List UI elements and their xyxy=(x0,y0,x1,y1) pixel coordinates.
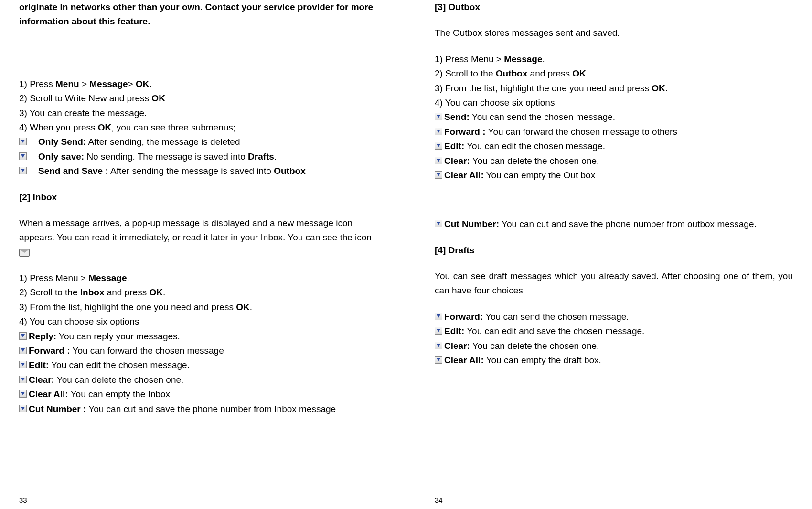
arrow-down-icon xyxy=(19,405,27,412)
text: You can forward the chosen message xyxy=(70,346,224,356)
text: . xyxy=(542,54,545,64)
bold-text: OK xyxy=(149,287,163,297)
write-bullet-send-save: Send and Save : After sending the messag… xyxy=(19,164,377,178)
bullet-text: Forward : You can forward the chosen mes… xyxy=(444,125,793,139)
bold-text: Forward : xyxy=(29,346,70,356)
page-right: [3] Outbox The Outbox stores messages se… xyxy=(406,0,812,509)
arrow-down-icon xyxy=(19,332,27,340)
outbox-step-4: 4) You can choose six options xyxy=(435,96,793,110)
text: 4) When you press xyxy=(19,122,98,132)
drafts-intro: You can see draft messages which you alr… xyxy=(435,269,793,298)
bold-text: OK xyxy=(151,93,165,103)
spacer xyxy=(19,260,377,271)
bullet-text: Send and Save : After sending the messag… xyxy=(38,164,377,178)
bold-text: OK xyxy=(236,302,250,312)
bold-text: Clear All: xyxy=(29,389,68,399)
text: > xyxy=(79,79,90,89)
arrow-down-icon xyxy=(435,356,442,364)
bullet-text: Reply: You can reply your messages. xyxy=(29,329,377,344)
arrow-down-icon xyxy=(19,167,27,174)
outbox-opt-edit: Edit: You can edit the chosen message. xyxy=(435,139,793,153)
bold-text: OK xyxy=(652,83,665,93)
text: You can send the chosen message. xyxy=(470,112,615,122)
bullet-text: Send: You can send the chosen message. xyxy=(444,110,793,124)
bold-text: Forward: xyxy=(444,312,483,322)
text: You can edit and save the chosen message… xyxy=(464,326,644,336)
bullet-text: Edit: You can edit the chosen message. xyxy=(444,139,793,153)
outbox-intro: The Outbox stores messages sent and save… xyxy=(435,26,793,40)
drafts-heading: [4] Drafts xyxy=(435,243,793,258)
text: . xyxy=(149,79,151,89)
write-step-1: 1) Press Menu > Message> OK. xyxy=(19,77,377,91)
bold-text: Menu xyxy=(55,79,79,89)
bold-text: Forward : xyxy=(444,127,486,137)
text: and press xyxy=(104,287,149,297)
text: 3) From the list, highlight the one you … xyxy=(435,83,652,93)
bullet-text: Clear All: You can empty the Inbox xyxy=(29,387,377,401)
bullet-text: Clear All: You can empty the draft box. xyxy=(444,353,793,368)
inbox-opt-forward: Forward : You can forward the chosen mes… xyxy=(19,344,377,358)
text: and press xyxy=(527,68,572,78)
bold-text: Edit: xyxy=(444,326,464,336)
bold-text: Clear: xyxy=(444,341,470,351)
drafts-opt-forward: Forward: You can send the chosen message… xyxy=(435,310,793,324)
text: You can edit the chosen message. xyxy=(464,141,605,151)
bullet-text: Cut Number: You can cut and save the pho… xyxy=(444,217,793,231)
arrow-down-icon xyxy=(19,361,27,368)
inbox-opt-reply: Reply: You can reply your messages. xyxy=(19,329,377,344)
arrow-down-icon xyxy=(19,390,27,398)
bullet-text: Clear: You can delete the chosen one. xyxy=(444,339,793,353)
bold-text: OK xyxy=(136,79,150,89)
bullet-text: Cut Number : You can cut and save the ph… xyxy=(29,402,377,416)
bold-text: Only save: xyxy=(38,152,84,162)
spacer xyxy=(435,206,793,217)
bold-text: Clear: xyxy=(444,156,470,166)
arrow-down-icon xyxy=(435,220,442,227)
text: 2) Scroll to the xyxy=(19,287,80,297)
bold-text: Send and Save : xyxy=(38,166,108,176)
bold-text: Edit: xyxy=(29,360,49,370)
arrow-down-icon xyxy=(435,157,442,164)
bullet-text: Edit: You can edit and save the chosen m… xyxy=(444,324,793,338)
outbox-opt-clear: Clear: You can delete the chosen one. xyxy=(435,154,793,168)
text: You can send the chosen message. xyxy=(483,312,629,322)
text: 1) Press Menu > xyxy=(19,273,88,283)
bold-text: Message xyxy=(88,273,127,283)
text: You can delete the chosen one. xyxy=(470,341,599,351)
inbox-step-3: 3) From the list, highlight the one you … xyxy=(19,300,377,314)
inbox-heading: [2] Inbox xyxy=(19,190,377,205)
bullet-text: Only Send: After sending, the message is… xyxy=(38,135,377,149)
arrow-down-icon xyxy=(435,171,442,179)
bold-text: Message xyxy=(89,79,128,89)
bullet-text: Edit: You can edit the chosen message. xyxy=(29,358,377,372)
text: No sending. The message is saved into xyxy=(84,152,248,162)
bullet-text: Clear All: You can empty the Out box xyxy=(444,168,793,183)
write-step-2: 2) Scroll to Write New and press OK xyxy=(19,91,377,106)
inbox-intro: When a message arrives, a pop-up message… xyxy=(19,216,377,260)
text: 2) Scroll to the xyxy=(435,68,496,78)
bold-text: OK xyxy=(98,122,112,132)
page-left: originate in networks other than your ow… xyxy=(0,0,406,509)
text: You can cut and save the phone number fr… xyxy=(499,219,757,229)
text: When a message arrives, a pop-up message… xyxy=(19,218,372,242)
bullet-text: Forward : You can forward the chosen mes… xyxy=(29,344,377,358)
text: You can edit the chosen message. xyxy=(49,360,190,370)
bold-text: Clear: xyxy=(29,375,54,385)
text: 1) Press Menu > xyxy=(435,54,504,64)
inbox-step-1: 1) Press Menu > Message. xyxy=(19,271,377,285)
bold-text: Outbox xyxy=(274,166,306,176)
bullet-text: Clear: You can delete the chosen one. xyxy=(29,373,377,387)
bold-text: Reply: xyxy=(29,331,56,341)
inbox-opt-clear-all: Clear All: You can empty the Inbox xyxy=(19,387,377,401)
drafts-opt-edit: Edit: You can edit and save the chosen m… xyxy=(435,324,793,338)
outbox-step-3: 3) From the list, highlight the one you … xyxy=(435,81,793,96)
arrow-down-icon xyxy=(435,128,442,135)
text: , you can see three submenus; xyxy=(111,122,235,132)
write-bullet-only-save: Only save: No sending. The message is sa… xyxy=(19,150,377,164)
text: You can delete the chosen one. xyxy=(54,375,183,385)
arrow-down-icon xyxy=(435,342,442,349)
inbox-opt-edit: Edit: You can edit the chosen message. xyxy=(19,358,377,372)
write-bullet-only-send: Only Send: After sending, the message is… xyxy=(19,135,377,149)
text: . xyxy=(163,287,165,297)
bold-text: Clear All: xyxy=(444,355,484,365)
